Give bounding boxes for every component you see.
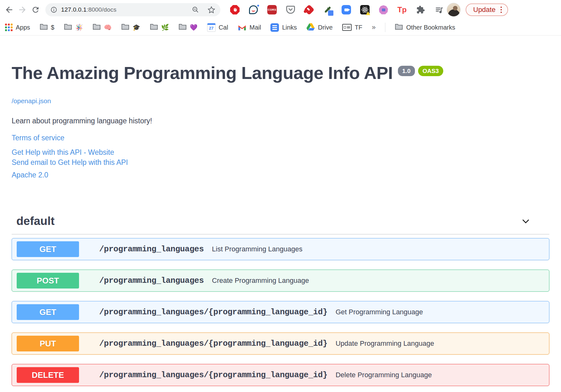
bookmark-label: 🧠 — [104, 24, 112, 31]
endpoint-row-get[interactable]: GET/programming_languagesList Programmin… — [12, 238, 549, 260]
chevron-down-icon[interactable] — [520, 216, 531, 227]
endpoint-row-delete[interactable]: DELETE/programming_languages/{programmin… — [12, 364, 549, 386]
license-link[interactable]: Apache 2.0 — [12, 171, 48, 179]
section-header-default[interactable]: default — [12, 215, 549, 234]
bookmarks-bar: Apps $🪅🧠🎓🌿💜 27 Cal Mail Links Drive TF »… — [0, 20, 561, 36]
endpoints-list: GET/programming_languagesList Programmin… — [12, 238, 549, 386]
endpoint-summary: Delete Programming Language — [336, 371, 432, 379]
chat-bubble-extension-icon[interactable] — [248, 5, 258, 15]
browser-toolbar: 127.0.0.1:8000/docs CORS — [0, 0, 561, 20]
api-docs-page: The Amazing Programming Language Info AP… — [0, 36, 561, 386]
endpoint-path: /programming_languages/{programming_lang… — [99, 370, 327, 380]
bookmarks-overflow-icon[interactable]: » — [372, 23, 376, 31]
bookmark-label: $ — [51, 24, 54, 31]
other-bookmarks[interactable]: Other Bookmarks — [395, 23, 455, 31]
bookmarks-divider — [385, 23, 385, 32]
cors-extension-icon[interactable]: CORS — [267, 5, 277, 15]
bookmark-label: TF — [355, 24, 362, 31]
endpoint-row-put[interactable]: PUT/programming_languages/{programming_l… — [12, 333, 549, 355]
endpoint-path: /programming_languages/{programming_lang… — [99, 307, 327, 317]
browser-menu-icon[interactable] — [501, 7, 502, 13]
recycle-extension-icon[interactable] — [378, 5, 388, 15]
apps-grid-icon — [5, 24, 13, 31]
bookmark-label: 🌿 — [161, 24, 169, 31]
bookmark-star-icon[interactable] — [207, 6, 215, 14]
folder-icon — [178, 23, 187, 31]
folder-icon — [121, 23, 129, 31]
endpoint-path: /programming_languages — [99, 244, 204, 254]
toucan-extension-icon[interactable]: Tp — [397, 5, 407, 15]
zoom-out-icon[interactable] — [192, 6, 199, 14]
zoom-icon[interactable] — [341, 5, 351, 15]
bookmark-folder[interactable]: 💜 — [178, 23, 198, 31]
profile-avatar[interactable] — [447, 3, 461, 17]
forward-icon[interactable] — [16, 3, 29, 16]
bookmark-label: 🪅 — [75, 24, 83, 31]
endpoint-row-post[interactable]: POST/programming_languagesCreate Program… — [12, 270, 549, 292]
bookmark-label: 🎓 — [133, 24, 140, 31]
page-title: The Amazing Programming Language Info AP… — [12, 63, 393, 83]
reload-icon[interactable] — [29, 3, 42, 16]
links-icon — [270, 23, 279, 32]
folder-icon — [395, 23, 403, 31]
folder-icon — [150, 23, 158, 31]
folder-icon — [93, 23, 101, 31]
update-button[interactable]: Update — [466, 3, 508, 16]
oas3-badge: OAS3 — [418, 66, 443, 76]
bookmark-folder[interactable]: 🧠 — [93, 23, 112, 31]
endpoint-path: /programming_languages — [99, 276, 204, 285]
bookmark-links[interactable]: Links — [270, 23, 297, 32]
bookmark-calendar[interactable]: 27 Cal — [207, 23, 228, 32]
bookmark-tf[interactable]: TF — [342, 24, 362, 31]
bookmark-label: Cal — [219, 24, 228, 31]
bookmark-drive[interactable]: Drive — [306, 23, 333, 32]
method-badge: GET — [17, 241, 79, 257]
extensions-puzzle-icon[interactable] — [416, 5, 426, 15]
endpoint-summary: Get Programming Language — [336, 308, 423, 316]
bookmark-label: Mail — [250, 24, 261, 31]
bookmark-folder[interactable]: $ — [40, 23, 54, 31]
section-title: default — [16, 215, 54, 228]
endpoint-summary: Create Programming Language — [212, 277, 309, 285]
colorzilla-eyedropper-icon[interactable] — [323, 5, 333, 15]
bookmark-folder[interactable]: 🎓 — [121, 23, 140, 31]
page-info-icon[interactable] — [50, 6, 57, 13]
card-icon — [342, 24, 352, 31]
openapi-spec-link[interactable]: /openapi.json — [12, 97, 51, 105]
bookmark-label: 💜 — [190, 24, 198, 31]
folder-icon — [64, 23, 72, 31]
playlist-music-icon[interactable] — [434, 5, 444, 15]
help-website-link[interactable]: Get Help with this API - Website — [12, 147, 549, 157]
calendar-icon: 27 — [207, 23, 216, 32]
folder-icon — [40, 23, 48, 31]
address-bar[interactable]: 127.0.0.1:8000/docs — [45, 3, 220, 16]
version-badge: 1.0 — [398, 66, 415, 76]
red-diamond-extension-icon[interactable] — [304, 5, 314, 15]
method-badge: GET — [17, 304, 79, 320]
bookmark-label: Links — [282, 24, 297, 31]
adblock-icon[interactable] — [230, 5, 240, 15]
drive-icon — [306, 23, 315, 32]
bookmark-label: Apps — [16, 24, 30, 31]
bookmark-folder[interactable]: 🪅 — [64, 23, 83, 31]
bookmark-label: Drive — [318, 24, 333, 31]
gmail-icon — [238, 24, 246, 31]
terms-of-service-link[interactable]: Terms of service — [12, 134, 64, 142]
back-icon[interactable] — [3, 3, 16, 16]
endpoint-path: /programming_languages/{programming_lang… — [99, 339, 327, 348]
method-badge: PUT — [17, 336, 79, 351]
bookmark-apps[interactable]: Apps — [5, 24, 30, 31]
url-text[interactable]: 127.0.0.1:8000/docs — [61, 6, 116, 13]
api-description: Learn about programming language history… — [12, 117, 549, 125]
method-badge: DELETE — [17, 367, 79, 383]
method-badge: POST — [17, 273, 79, 288]
help-email-link[interactable]: Send email to Get Help with this API — [12, 157, 549, 167]
endpoint-summary: Update Programming Language — [336, 339, 434, 348]
bookmark-mail[interactable]: Mail — [238, 24, 261, 31]
bookmark-folder[interactable]: 🌿 — [150, 23, 169, 31]
endpoint-row-get[interactable]: GET/programming_languages/{programming_l… — [12, 301, 549, 323]
bookmark-label: Other Bookmarks — [406, 24, 455, 31]
pocket-icon[interactable] — [286, 5, 296, 15]
endpoint-summary: List Programming Languages — [212, 245, 302, 253]
react-devtools-icon[interactable] — [360, 5, 370, 15]
